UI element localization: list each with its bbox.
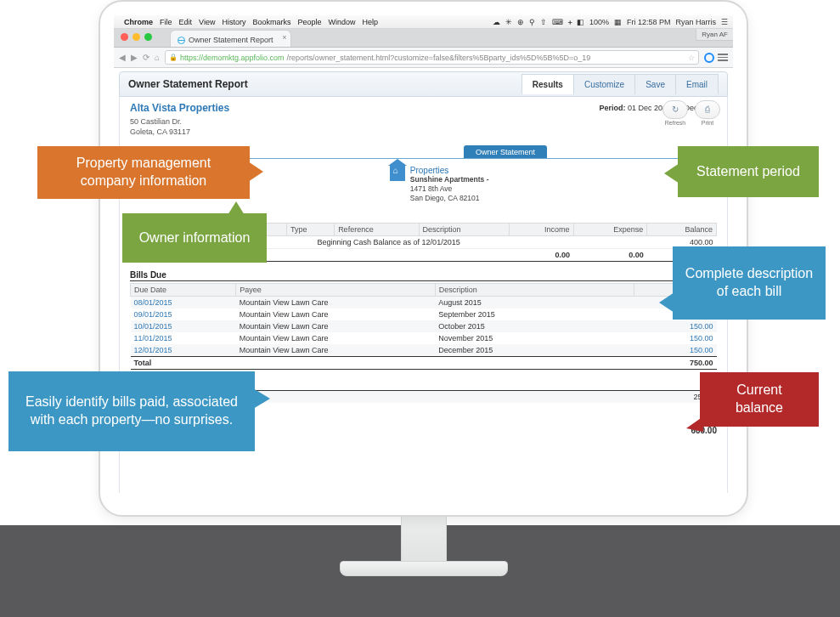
status-icon[interactable]: ⊕	[517, 18, 524, 26]
clock[interactable]: Fri 12:58 PM	[627, 18, 671, 26]
macos-menubar: Chrome File Edit View History Bookmarks …	[114, 15, 733, 29]
reload-button[interactable]: ⟳	[143, 53, 149, 62]
banner-label: Owner Statement	[464, 145, 547, 159]
menu-history[interactable]: History	[222, 18, 245, 26]
browser-tab[interactable]: Owner Statement Report ×	[170, 30, 291, 47]
bill-desc: October 2015	[435, 320, 634, 332]
bill-desc: November 2015	[435, 332, 634, 344]
window-zoom-button[interactable]	[144, 33, 152, 41]
col-income: Income	[509, 223, 573, 235]
menu-file[interactable]: File	[160, 18, 172, 26]
notification-center-icon[interactable]: ☰	[721, 18, 728, 26]
col-desc: Description	[419, 223, 509, 235]
property-name: Sunshine Apartments -	[410, 175, 489, 184]
tab-email[interactable]: Email	[675, 74, 719, 94]
home-button[interactable]: ⌂	[155, 53, 160, 62]
trans-total-income: 0.00	[509, 248, 573, 261]
bill-unpaid-link[interactable]: 150.00	[634, 332, 717, 344]
refresh-icon: ↻	[672, 105, 679, 114]
menu-help[interactable]: Help	[362, 18, 378, 26]
bill-payee: Mountain View Lawn Care	[236, 344, 436, 357]
menu-people[interactable]: People	[297, 18, 321, 26]
tab-results[interactable]: Results	[521, 74, 574, 94]
extension-icon[interactable]	[704, 53, 714, 63]
report-tabs: Results Customize Save Email	[522, 74, 719, 94]
battery-icon[interactable]: ▦	[614, 18, 622, 26]
bill-desc: September 2015	[435, 308, 634, 320]
col-expense: Expense	[573, 223, 647, 235]
chrome-tab-strip: Owner Statement Report × Ryan AF	[114, 29, 733, 48]
bill-date-link[interactable]: 08/01/2015	[131, 296, 236, 308]
callout-current-balance: Current balance	[700, 372, 819, 427]
callout-bill-description: Complete description of each bill	[673, 246, 826, 320]
menu-bookmarks[interactable]: Bookmarks	[252, 18, 290, 26]
url-path: /reports/owner_statement.html?customize=…	[287, 54, 591, 62]
bill-date-link[interactable]: 12/01/2015	[131, 344, 236, 357]
address-bar[interactable]: 🔒 https://demomktg.appfolio.com /reports…	[165, 50, 699, 65]
menu-view[interactable]: View	[199, 18, 215, 26]
bill-unpaid-link[interactable]: 150.00	[634, 344, 717, 357]
status-icon[interactable]: ⇧	[540, 18, 547, 26]
page-title: Owner Statement Report	[128, 78, 248, 90]
tab-customize[interactable]: Customize	[573, 74, 635, 94]
company-addr1: 50 Castilian Dr.	[130, 117, 229, 127]
bill-date-link[interactable]: 11/01/2015	[131, 332, 236, 344]
back-button[interactable]: ◀	[119, 53, 126, 62]
menu-edit[interactable]: Edit	[179, 18, 193, 26]
bill-date-link[interactable]: 10/01/2015	[131, 320, 236, 332]
status-icon[interactable]: ⚲	[529, 18, 535, 26]
tab-save[interactable]: Save	[634, 74, 676, 94]
bill-payee: Mountain View Lawn Care	[236, 296, 436, 308]
chrome-menu-icon[interactable]	[718, 54, 728, 61]
tab-title: Owner Statement Report	[189, 36, 273, 44]
tab-favicon-icon	[178, 37, 185, 44]
forward-button[interactable]: ▶	[131, 53, 138, 62]
property-addr2: San Diego, CA 82101	[410, 194, 489, 203]
print-label: Print	[695, 120, 720, 126]
monitor-neck	[401, 513, 447, 564]
refresh-button[interactable]: ↻ Refresh	[662, 100, 688, 126]
bill-desc: August 2015	[435, 296, 634, 308]
menu-window[interactable]: Window	[328, 18, 355, 26]
bills-total-label: Total	[131, 356, 634, 369]
bill-payee: Mountain View Lawn Care	[236, 308, 436, 320]
status-icon[interactable]: ◧	[577, 18, 584, 26]
url-host: https://demomktg.appfolio.com	[180, 54, 285, 62]
callout-company-info: Property management company information	[37, 146, 250, 199]
callout-owner-info: Owner information	[122, 213, 267, 263]
bills-due-heading: Bills Due	[130, 270, 717, 281]
house-icon	[390, 166, 405, 181]
status-icon[interactable]: ⌨	[552, 18, 563, 26]
property-card: Properties Sunshine Apartments - 1471 8t…	[390, 166, 489, 203]
col-ref: Reference	[335, 223, 419, 235]
col-due-date: Due Date	[131, 283, 236, 296]
bill-payee: Mountain View Lawn Care	[236, 332, 436, 344]
bill-unpaid-link[interactable]: 150.00	[634, 320, 717, 332]
report-header: Owner Statement Report Results Customize…	[119, 71, 728, 97]
status-icon[interactable]: ✳	[505, 18, 512, 26]
properties-link[interactable]: Properties	[410, 166, 489, 175]
status-icon[interactable]: ☁	[493, 18, 500, 26]
col-description: Description	[435, 283, 634, 296]
chrome-profile-badge[interactable]: Ryan AF	[696, 29, 733, 41]
print-button[interactable]: ⎙ Print	[695, 100, 720, 126]
company-addr2: Goleta, CA 93117	[130, 127, 229, 138]
period-label: Period:	[599, 104, 625, 112]
tab-close-icon[interactable]: ×	[282, 33, 286, 42]
window-minimize-button[interactable]	[132, 33, 140, 41]
bookmark-star-icon[interactable]: ☆	[688, 54, 695, 62]
company-block: Alta Vista Properties 50 Castilian Dr. G…	[130, 102, 229, 137]
print-icon: ⎙	[705, 105, 710, 114]
trans-total-expense: 0.00	[573, 248, 647, 261]
wifi-icon[interactable]: ᚐ	[568, 18, 572, 26]
bill-payee: Mountain View Lawn Care	[236, 320, 436, 332]
callout-statement-period: Statement period	[678, 146, 819, 197]
user-name[interactable]: Ryan Harris	[675, 18, 716, 26]
callout-bills-paid: Easily identify bills paid, associated w…	[8, 371, 255, 451]
monitor-base	[340, 561, 508, 576]
window-close-button[interactable]	[121, 33, 128, 41]
col-balance: Balance	[647, 223, 717, 235]
chrome-toolbar: ◀ ▶ ⟳ ⌂ 🔒 https://demomktg.appfolio.com …	[114, 48, 733, 68]
bill-date-link[interactable]: 09/01/2015	[131, 308, 236, 320]
app-name[interactable]: Chrome	[124, 18, 153, 26]
